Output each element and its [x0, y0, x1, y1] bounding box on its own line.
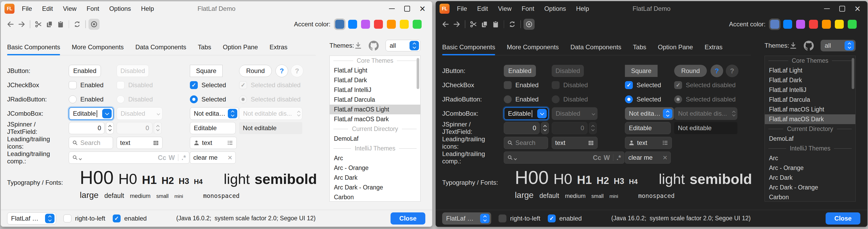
menu-help[interactable]: Help [141, 5, 154, 12]
forward-button[interactable] [451, 19, 462, 30]
combobox-stepper-button[interactable] [480, 214, 490, 223]
accent-swatch[interactable] [809, 20, 818, 29]
tab-basic-components[interactable]: Basic Components [442, 39, 495, 55]
match-case-button[interactable]: Cc [158, 154, 166, 162]
enabled-button[interactable]: Enabled [504, 65, 536, 77]
square-button[interactable]: Square [625, 65, 658, 77]
accent-swatch[interactable] [835, 20, 844, 29]
list-icon[interactable] [227, 140, 233, 146]
theme-item[interactable]: DemoLaf [765, 134, 855, 144]
theme-item[interactable]: Arc Dark - Orange [765, 182, 855, 192]
radio-enabled[interactable]: Enabled [504, 95, 538, 103]
laf-combo[interactable]: FlatLaf macOS Li... [7, 212, 56, 225]
github-button[interactable] [804, 40, 814, 51]
menu-font[interactable]: Font [522, 5, 534, 12]
accent-swatch-selected[interactable] [770, 20, 779, 29]
user-input[interactable]: text [190, 137, 237, 149]
accent-swatch[interactable] [413, 20, 422, 29]
not-editable-combobox[interactable]: Not editable [625, 107, 674, 120]
combobox-arrow-button[interactable] [102, 109, 112, 118]
theme-item[interactable]: FlatLaf Light [765, 66, 855, 75]
radio-enabled[interactable]: Enabled [69, 95, 103, 103]
theme-item[interactable]: Arc - Orange [765, 163, 855, 173]
close-window-button[interactable] [415, 1, 430, 16]
user-input[interactable]: text [625, 137, 672, 149]
search-input[interactable]: Search [69, 137, 113, 149]
spinner-stepper[interactable] [106, 122, 114, 134]
clear-icon[interactable]: × [227, 154, 232, 162]
cut-button[interactable] [468, 19, 479, 30]
combobox-stepper-button[interactable] [228, 109, 237, 118]
spinner-stepper[interactable] [541, 122, 549, 134]
theme-item[interactable]: FlatLaf Light [330, 66, 420, 75]
themes-filter-combo[interactable]: all [820, 40, 856, 51]
menu-view[interactable]: View [498, 5, 512, 12]
close-dialog-button[interactable]: Close [391, 212, 425, 225]
tab-tabs[interactable]: Tabs [198, 39, 211, 55]
search-with-options-input[interactable]: Cc W .* [504, 151, 624, 164]
right-to-left-checkbox[interactable]: right-to-left [498, 214, 540, 222]
accent-swatch[interactable] [387, 20, 396, 29]
accent-swatch[interactable] [400, 20, 409, 29]
theme-item[interactable]: Carbon [765, 192, 855, 202]
editable-combobox[interactable]: Editable [504, 107, 549, 120]
accent-swatch[interactable] [783, 20, 792, 29]
tab-option-pane[interactable]: Option Pane [658, 39, 693, 55]
tab-basic-components[interactable]: Basic Components [7, 39, 60, 55]
download-button[interactable] [354, 41, 362, 50]
editable-textfield[interactable]: Editable [190, 122, 236, 134]
accent-swatch[interactable] [796, 20, 805, 29]
accent-swatch[interactable] [374, 20, 383, 29]
menu-options[interactable]: Options [109, 5, 131, 12]
radio-selected[interactable]: Selected [625, 95, 661, 103]
search-input[interactable]: Search [504, 137, 548, 149]
theme-item[interactable]: FlatLaf Darcula [765, 95, 855, 105]
show-hidden-toggle[interactable] [524, 19, 535, 30]
minimize-button[interactable] [819, 1, 835, 16]
tab-extras[interactable]: Extras [270, 39, 287, 55]
theme-item[interactable]: FlatLaf macOS Dark [765, 114, 855, 124]
maximize-button[interactable] [400, 1, 415, 16]
search-icon[interactable] [72, 155, 78, 161]
menu-edit[interactable]: Edit [42, 5, 53, 12]
whole-words-button[interactable]: W [603, 154, 610, 162]
close-window-button[interactable] [850, 1, 865, 16]
cut-button[interactable] [33, 19, 44, 30]
tab-option-pane[interactable]: Option Pane [223, 39, 258, 55]
theme-item[interactable]: FlatLaf IntelliJ [330, 85, 420, 95]
list-icon[interactable] [662, 140, 669, 146]
accent-swatch[interactable] [848, 20, 857, 29]
menu-file[interactable]: File [22, 5, 32, 12]
menu-edit[interactable]: Edit [477, 5, 488, 12]
back-button[interactable] [5, 19, 16, 30]
close-dialog-button[interactable]: Close [826, 212, 860, 225]
combobox-stepper-button[interactable] [844, 41, 854, 50]
refresh-button[interactable] [507, 19, 518, 30]
copy-button[interactable] [44, 19, 55, 30]
checkbox-selected[interactable]: Selected [625, 81, 661, 89]
forward-button[interactable] [16, 19, 27, 30]
radio-selected[interactable]: Selected [190, 95, 226, 103]
minimize-button[interactable] [384, 1, 400, 16]
combobox-stepper-button[interactable] [45, 214, 55, 223]
calendar-icon[interactable] [588, 140, 594, 146]
menu-font[interactable]: Font [87, 5, 99, 12]
spinner-value[interactable]: 0 [504, 122, 539, 134]
download-button[interactable] [789, 41, 798, 50]
maximize-button[interactable] [835, 1, 850, 16]
combobox-arrow-button[interactable] [537, 109, 547, 118]
theme-item[interactable]: Arc Dark - Orange [330, 182, 420, 192]
laf-combo[interactable]: FlatLaf macOS D... [442, 212, 491, 225]
tab-more-components[interactable]: More Components [507, 39, 559, 55]
spinner[interactable]: 0 [69, 122, 114, 134]
show-hidden-toggle[interactable] [89, 19, 99, 30]
round-button[interactable]: Round [674, 65, 707, 77]
editable-combobox[interactable]: Editable [69, 107, 114, 120]
accent-swatch[interactable] [822, 20, 831, 29]
editable-textfield[interactable]: Editable [625, 122, 671, 134]
theme-item[interactable]: Arc Dark [765, 173, 855, 182]
enabled-checkbox[interactable]: enabled [113, 214, 147, 222]
theme-item[interactable]: Carbon [330, 192, 420, 202]
calendar-icon[interactable] [153, 140, 159, 146]
theme-item[interactable]: Arc - Orange [330, 163, 420, 173]
